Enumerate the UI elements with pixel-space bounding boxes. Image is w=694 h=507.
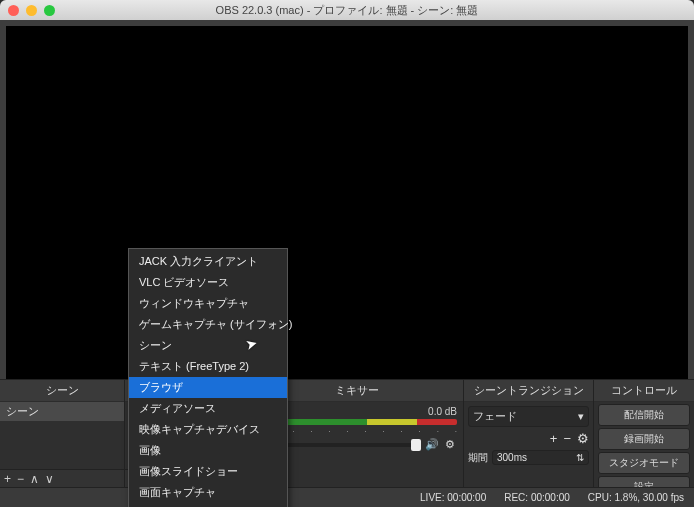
transitions-panel: シーントランジション フェード ▾ + − ⚙ 期間 300ms ⇅ bbox=[464, 380, 594, 487]
maximize-icon[interactable] bbox=[44, 5, 55, 16]
ctx-item[interactable]: 画像スライドショー bbox=[129, 461, 287, 482]
add-scene-button[interactable]: + bbox=[4, 472, 11, 486]
remove-scene-button[interactable]: − bbox=[17, 472, 24, 486]
start-stream-button[interactable]: 配信開始 bbox=[598, 404, 690, 426]
add-transition-button[interactable]: + bbox=[550, 431, 558, 446]
transition-select[interactable]: フェード ▾ bbox=[468, 406, 589, 427]
panels: シーン シーン + − ∧ ∨ ソース + − ⚙ ∧ ∨ bbox=[0, 379, 694, 487]
start-record-button[interactable]: 録画開始 bbox=[598, 428, 690, 450]
status-rec: REC: 00:00:00 bbox=[504, 492, 570, 503]
mixer-gear-icon[interactable]: ⚙ bbox=[443, 438, 457, 451]
studio-mode-button[interactable]: スタジオモード bbox=[598, 452, 690, 474]
scenes-header: シーン bbox=[0, 380, 124, 402]
titlebar: OBS 22.0.3 (mac) - プロファイル: 無題 - シーン: 無題 bbox=[0, 0, 694, 20]
obs-window: OBS 22.0.3 (mac) - プロファイル: 無題 - シーン: 無題 … bbox=[0, 0, 694, 507]
traffic-lights bbox=[8, 5, 55, 16]
scene-item[interactable]: シーン bbox=[0, 402, 124, 421]
duration-value: 300ms bbox=[497, 452, 527, 463]
chevron-down-icon: ▾ bbox=[578, 410, 584, 423]
window-title: OBS 22.0.3 (mac) - プロファイル: 無題 - シーン: 無題 bbox=[0, 3, 694, 18]
ctx-item[interactable]: ブラウザ bbox=[129, 377, 287, 398]
transition-buttons: + − ⚙ bbox=[468, 431, 589, 446]
scene-down-button[interactable]: ∨ bbox=[45, 472, 54, 486]
transition-selected: フェード bbox=[473, 409, 517, 424]
controls-panel: コントロール 配信開始 録画開始 スタジオモード 設定 終了 bbox=[594, 380, 694, 487]
add-source-context-menu[interactable]: JACK 入力クライアントVLC ビデオソースウィンドウキャプチャゲームキャプチ… bbox=[128, 248, 288, 507]
ctx-item[interactable]: 映像キャプチャデバイス bbox=[129, 419, 287, 440]
close-icon[interactable] bbox=[8, 5, 19, 16]
status-cpu: CPU: 1.8%, 30.00 fps bbox=[588, 492, 684, 503]
remove-transition-button[interactable]: − bbox=[563, 431, 571, 446]
ctx-item[interactable]: ウィンドウキャプチャ bbox=[129, 293, 287, 314]
transition-gear-icon[interactable]: ⚙ bbox=[577, 431, 589, 446]
duration-row: 期間 300ms ⇅ bbox=[468, 450, 589, 465]
speaker-icon[interactable]: 🔊 bbox=[425, 438, 439, 451]
minimize-icon[interactable] bbox=[26, 5, 37, 16]
duration-label: 期間 bbox=[468, 451, 488, 465]
transitions-header: シーントランジション bbox=[464, 380, 593, 402]
preview-canvas[interactable] bbox=[6, 26, 688, 379]
scenes-toolbar: + − ∧ ∨ bbox=[0, 469, 124, 487]
ctx-item[interactable]: 画像 bbox=[129, 440, 287, 461]
ctx-item[interactable]: ゲームキャプチャ (サイフォン) bbox=[129, 314, 287, 335]
scenes-panel: シーン シーン + − ∧ ∨ bbox=[0, 380, 125, 487]
settings-button[interactable]: 設定 bbox=[598, 476, 690, 487]
statusbar: LIVE: 00:00:00 REC: 00:00:00 CPU: 1.8%, … bbox=[0, 487, 694, 507]
preview-area bbox=[0, 20, 694, 379]
scenes-list[interactable]: シーン + − ∧ ∨ bbox=[0, 402, 124, 487]
ctx-item[interactable]: 画面キャプチャ bbox=[129, 482, 287, 503]
ctx-item[interactable]: テキスト (FreeType 2) bbox=[129, 356, 287, 377]
status-live: LIVE: 00:00:00 bbox=[420, 492, 486, 503]
transitions-body: フェード ▾ + − ⚙ 期間 300ms ⇅ bbox=[464, 402, 593, 487]
ctx-item[interactable]: 色ソース bbox=[129, 503, 287, 507]
spinner-arrows-icon: ⇅ bbox=[576, 452, 584, 463]
controls-body: 配信開始 録画開始 スタジオモード 設定 終了 bbox=[594, 402, 694, 487]
ctx-item[interactable]: VLC ビデオソース bbox=[129, 272, 287, 293]
ctx-item[interactable]: メディアソース bbox=[129, 398, 287, 419]
duration-spinner[interactable]: 300ms ⇅ bbox=[492, 450, 589, 465]
ctx-item[interactable]: JACK 入力クライアント bbox=[129, 251, 287, 272]
ctx-item[interactable]: シーン bbox=[129, 335, 287, 356]
controls-header: コントロール bbox=[594, 380, 694, 402]
scene-up-button[interactable]: ∧ bbox=[30, 472, 39, 486]
